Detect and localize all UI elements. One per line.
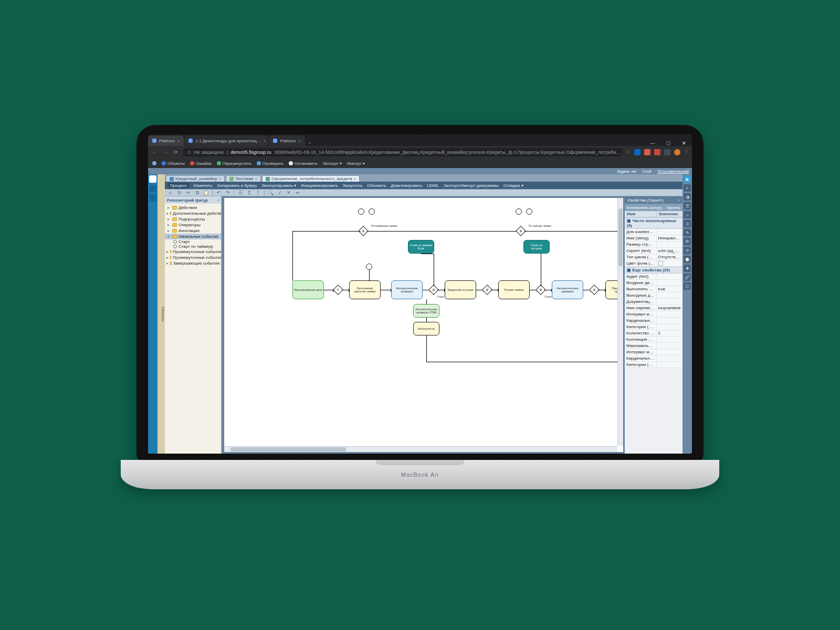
property-row[interactable]: Максимально… (625, 343, 682, 349)
tool-cut-icon[interactable]: ✂ (185, 190, 191, 196)
property-row[interactable]: Входные данн… (625, 280, 682, 286)
menu-item[interactable]: Запустить (343, 183, 363, 188)
property-row[interactable]: Категории (str… (625, 324, 682, 330)
tool-redo-icon[interactable]: ↻ (176, 190, 182, 196)
property-row[interactable]: Аудит (text) (625, 274, 682, 280)
menu-item[interactable]: Обновить (367, 183, 386, 188)
tree-leaf[interactable]: Старт по таймеру (165, 244, 221, 249)
property-row[interactable]: Коллекция дл… (625, 337, 682, 343)
property-row[interactable]: Цвет фона (co… (625, 260, 682, 267)
property-group[interactable]: ▣ Часто используемые (6) (625, 217, 682, 229)
property-row[interactable]: Выходные да… (625, 292, 682, 299)
apps-button[interactable] (152, 161, 156, 165)
property-row[interactable]: Скрипт (text)udm (кд_проц… (625, 248, 682, 254)
property-row[interactable]: Кардинально… (625, 318, 682, 324)
new-tab-button[interactable]: ＋ (306, 140, 314, 146)
tree-folder[interactable]: ▸Аннотации (165, 228, 221, 234)
tool-icon[interactable]: ⤴ (255, 190, 261, 196)
bpmn-task[interactable]: Автоматические проверки УПКБ (413, 304, 439, 318)
bpmn-event[interactable] (526, 208, 532, 215)
tree-folder[interactable]: ▸Промежуточные события - с… (165, 255, 221, 260)
property-row[interactable]: Для компенса… (625, 229, 682, 235)
rail-tab[interactable] (149, 185, 156, 192)
rail-tab[interactable] (149, 175, 156, 183)
document-tab[interactable]: Кредитный_конвейер × (166, 175, 225, 182)
close-icon[interactable]: × (298, 139, 301, 143)
tool-zoom-icon[interactable]: 🔍 (268, 190, 274, 196)
rail-button[interactable]: ⓘ (684, 282, 691, 290)
bookmark-star-icon[interactable]: ☆ (626, 149, 631, 155)
rail-button[interactable]: ≡ (684, 184, 691, 192)
bpmn-task[interactable]: Заполнение карточки заявки (349, 280, 381, 299)
collapse-icon[interactable]: › (678, 198, 680, 203)
menu-item[interactable]: Экспортировать ▾ (261, 183, 296, 188)
tool-paste-icon[interactable]: 📋 (203, 190, 209, 196)
bpmn-gateway[interactable] (333, 285, 343, 295)
rail-button[interactable]: ✚ (684, 265, 691, 272)
extension-icon[interactable] (644, 149, 650, 155)
rail-button[interactable]: 🔗 (684, 274, 691, 281)
tool-icon[interactable]: ↶ (216, 190, 222, 196)
clone-shape-button[interactable]: Клонировать фигуру (627, 206, 662, 209)
minimize-button[interactable]: — (645, 141, 660, 146)
tree-folder[interactable]: ▸Операторы (165, 222, 221, 228)
document-tab[interactable]: Оформление_потребительского_кредита × (262, 175, 360, 182)
property-row[interactable]: Документация… (625, 299, 682, 305)
extension-icon[interactable] (664, 149, 670, 155)
rail-tab[interactable] (149, 194, 156, 202)
menu-item[interactable]: Копировать в буфер (217, 183, 257, 188)
bpmn-task[interactable]: Инициализация дата (292, 280, 324, 299)
property-row[interactable]: Интервал ме… (625, 349, 682, 355)
rail-button[interactable]: ✎ (684, 229, 691, 236)
rail-button[interactable]: ☰ (684, 202, 691, 209)
property-row[interactable]: Количество п…1 (625, 330, 682, 337)
tool-icon[interactable]: ↥ (246, 190, 252, 196)
property-row[interactable]: Имя перемен…loopvariable (625, 305, 682, 311)
extension-icon[interactable] (634, 149, 640, 155)
tree-leaf[interactable]: Старт (165, 239, 221, 244)
rail-button[interactable]: ◑ (684, 193, 691, 201)
menu-item[interactable]: UDML (427, 183, 439, 188)
tool-icon[interactable]: ↷ (225, 190, 230, 196)
property-group[interactable]: ▣ Еще свойства (29) (625, 267, 682, 274)
vertical-tab-label[interactable]: Объекты (158, 174, 165, 454)
menu-item[interactable]: Изменить (194, 183, 213, 188)
bookmark-item[interactable]: Перезапустить (217, 161, 251, 166)
status-layer-value[interactable]: Пользовательский (657, 170, 689, 173)
bookmark-item[interactable]: Объекты (162, 161, 185, 166)
tool-icon[interactable]: ☰ (237, 190, 243, 196)
bpmn-timer-event[interactable] (366, 264, 372, 270)
bpmn-task[interactable]: Автоматические проверки (552, 280, 583, 299)
menu-item[interactable]: Процесс (168, 183, 189, 188)
rail-button[interactable]: ⧉ (684, 238, 691, 245)
forward-button[interactable]: → (162, 150, 169, 155)
maximize-button[interactable]: ☐ (660, 141, 676, 146)
property-row[interactable]: Интервал ме… (625, 311, 682, 318)
browser-tab[interactable]: Platform × (148, 135, 184, 146)
bookmark-item[interactable]: Ошибки (190, 161, 212, 166)
bookmark-item[interactable]: Импорт ▾ (347, 161, 365, 166)
close-icon[interactable]: × (255, 176, 257, 181)
rail-button[interactable]: ⟳ (684, 247, 691, 254)
close-icon[interactable]: × (354, 176, 356, 181)
bpmn-task[interactable]: Калькулятор (413, 322, 439, 335)
tool-icon[interactable]: ✕ (286, 190, 291, 196)
bpmn-canvas[interactable]: На коррекцию заявки По повтору заявки От… (224, 197, 624, 453)
bpmn-start-event[interactable] (358, 208, 364, 215)
tool-icon[interactable]: ⇔ (295, 190, 300, 196)
menu-item[interactable]: Деактивировать (391, 183, 423, 188)
bpmn-event[interactable] (516, 208, 522, 215)
property-row[interactable]: Выполнять в…true (625, 286, 682, 292)
close-icon[interactable]: × (177, 139, 180, 143)
browser-tab[interactable]: 1.1 Демостенды для презентац… × (184, 135, 268, 146)
tree-folder[interactable]: ▸Дополнительные действия (165, 211, 221, 216)
document-tab[interactable]: Тестовая × (226, 175, 261, 182)
bookmark-item[interactable]: Остановить (289, 161, 318, 166)
horizontal-scrollbar[interactable] (224, 446, 617, 452)
rail-button[interactable]: ⌚ (684, 256, 691, 263)
tool-copy-icon[interactable]: ⧉ (194, 190, 200, 196)
menu-item[interactable]: Отладка ▾ (503, 183, 523, 188)
property-row[interactable]: Кардинально… (625, 355, 682, 362)
bpmn-task[interactable]: Ручная заявка (498, 280, 530, 299)
browser-menu-icon[interactable]: ⋮ (684, 149, 689, 155)
